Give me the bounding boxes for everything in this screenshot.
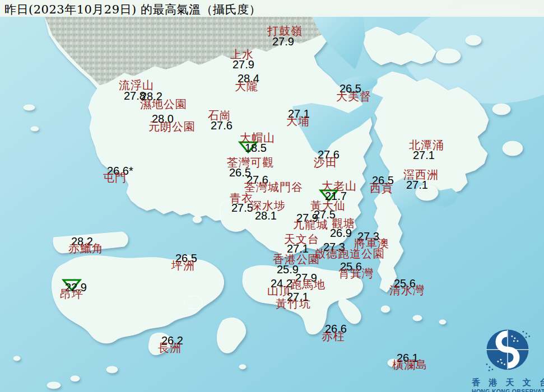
station-name-shek_kong: 石崗 — [208, 110, 231, 121]
station-name-chek_lap_kok: 赤鱲角 — [68, 242, 104, 254]
station-name-hk_observatory: 天文台 — [284, 234, 319, 245]
station-name-waglan_island: 橫瀾島 — [392, 359, 427, 370]
station-name-pak_tam_chung: 北潭涌 — [409, 139, 444, 151]
station-name-tsing_yi: 青衣 — [230, 193, 253, 204]
station-name-tsuen_wan_shing_mun_valley: 荃灣城門谷 — [244, 181, 303, 193]
station-name-shau_kei_wan: 筲箕灣 — [338, 268, 374, 279]
stations-layer: 27.9打鼓嶺27.9上水28.4大隴27.8流浮山28.2濕地公園28.0元朗… — [0, 0, 544, 392]
station-name-kwun_tong: 觀塘 — [332, 218, 355, 229]
station-value-ta_kwu_ling: 27.9 — [272, 36, 294, 47]
station-name-kowloon_city: 九龍城 — [293, 219, 328, 230]
station-name-ta_kwu_ling: 打鼓嶺 — [267, 25, 303, 36]
station-name-tsuen_wan_ho_koon: 荃灣可觀 — [227, 157, 274, 168]
station-name-hong_kong_park: 香港公園 — [273, 254, 320, 265]
station-name-sha_tin: 沙田 — [314, 157, 337, 168]
station-name-kau_sai_chau: 滘西洲 — [403, 169, 439, 180]
station-name-happy_valley: 跑馬地 — [290, 279, 326, 290]
station-name-yuen_long_park: 元朗公園 — [148, 121, 196, 132]
station-name-ngong_ping: 昂坪 — [60, 288, 83, 300]
station-name-tai_mei_tuk: 大美督 — [336, 91, 371, 102]
station-name-sheung_shui: 上水 — [230, 49, 254, 60]
station-name-wong_tai_sin: 黃大仙 — [310, 200, 346, 211]
hko-logo-chinese-name: 香 港 天 文 台 — [472, 377, 543, 388]
station-name-tai_po: 大埔 — [286, 115, 310, 127]
station-name-tseung_kwan_o: 將軍澳 — [354, 237, 389, 249]
station-name-wetland_park: 濕地公園 — [140, 99, 187, 110]
map-title: 昨日(2023年10月29日) 的最高氣溫（攝氏度） — [4, 2, 261, 17]
station-name-ta_lung: 大隴 — [235, 81, 258, 92]
station-name-sai_kung: 西貢 — [370, 183, 393, 194]
station-name-tates_cairn: 大老山 — [322, 180, 357, 192]
station-name-kai_tak_runway_park: 啟德跑道公園 — [314, 248, 385, 259]
station-name-wong_chuk_hang: 黃竹坑 — [276, 298, 311, 309]
station-name-clear_water_bay: 清水灣 — [389, 284, 425, 296]
hko-logo-english-name: HONG KONG OBSERVATORY — [472, 388, 543, 392]
station-name-stanley: 赤柱 — [322, 330, 345, 342]
station-name-lau_fau_shan: 流浮山 — [119, 80, 154, 91]
station-name-tai_mo_shan: 大帽山 — [240, 132, 275, 143]
title-bar: 昨日(2023年10月29日) 的最高氣溫（攝氏度） — [0, 0, 544, 17]
max-temperature-map: 昨日(2023年10月29日) 的最高氣溫（攝氏度） 27.9打鼓嶺27.9上水… — [0, 0, 544, 392]
station-name-peng_chau: 坪洲 — [171, 260, 195, 271]
station-name-tuen_mun: 屯門 — [103, 172, 127, 183]
hko-logo-icon — [480, 326, 536, 375]
station-name-sham_shui_po: 深水埗 — [250, 200, 286, 211]
station-name-cheung_chau: 長洲 — [158, 342, 182, 353]
hko-logo: 香 港 天 文 台 HONG KONG OBSERVATORY — [472, 326, 543, 391]
